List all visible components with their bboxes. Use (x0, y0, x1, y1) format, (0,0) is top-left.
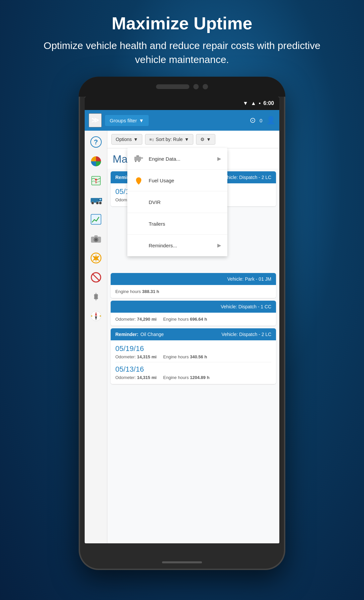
wifi-icon: ▼ (243, 100, 248, 106)
sidebar-item-help[interactable]: ? (87, 133, 105, 151)
svg-rect-13 (94, 235, 98, 237)
svg-point-7 (96, 202, 98, 204)
options-dropdown-icon: ▼ (133, 137, 138, 142)
engine-data-label: Engine Data... (149, 156, 180, 162)
card-details-4b: Odometer: 14,315 mi Engine hours 1204.89… (115, 375, 271, 380)
status-bar: ▼ ▲ ▪ 6:00 (85, 97, 279, 110)
sidebar-item-reports[interactable] (87, 153, 105, 170)
main-content: ? (85, 131, 279, 543)
help-icon: ? (90, 136, 102, 148)
engine-hours-2: Engine hours 388.31 h (115, 289, 159, 294)
maintenance-card-4: Reminder: Oil Change Vehicle: Dispatch -… (111, 328, 276, 384)
hero-title: Maximize Uptime (27, 13, 337, 33)
sort-button[interactable]: ≡↕ Sort by: Rule ▼ (145, 134, 193, 145)
reminders-icon (133, 240, 144, 251)
sidebar-item-map[interactable] (87, 172, 105, 189)
engine-hours-4b: Engine hours 1204.89 h (163, 375, 210, 380)
svg-rect-5 (99, 199, 101, 200)
options-label: Options (116, 137, 132, 142)
user-icon[interactable]: 👤 (266, 116, 275, 125)
notification-icon[interactable]: ⊙ (250, 116, 256, 125)
engine-data-icon (133, 153, 144, 164)
fuel-usage-icon (133, 175, 144, 186)
svg-rect-23 (134, 157, 141, 161)
content-area[interactable]: Options ▼ ≡↕ Sort by: Rule ▼ ⚙ ▼ Mainten… (107, 131, 279, 543)
star-icon (90, 252, 102, 264)
vehicle-value-4: Dispatch - 2 LC (239, 332, 271, 337)
groups-filter-button[interactable]: Groups filter ▼ (105, 115, 149, 126)
dropdown-arrow-icon: ▼ (139, 118, 144, 123)
reminders-label: Reminders... (149, 243, 177, 248)
reminders-arrow-icon: ▶ (217, 242, 221, 248)
dvir-label: DVIR (149, 199, 161, 205)
chart-icon (90, 214, 102, 225)
dropdown-item-trailers[interactable]: Trailers (127, 213, 227, 235)
sidebar-item-stop[interactable] (87, 269, 105, 286)
engine-hours-4a: Engine hours 340.56 h (163, 354, 207, 359)
dropdown-menu: Engine Data... ▶ Fuel Usage DVIR (127, 148, 227, 256)
svg-rect-25 (141, 157, 143, 159)
svg-point-12 (95, 239, 97, 241)
svg-rect-9 (91, 214, 101, 224)
toolbar: Options ▼ ≡↕ Sort by: Rule ▼ ⚙ ▼ (107, 131, 279, 148)
svg-point-2 (95, 179, 97, 181)
phone-home-bar (162, 561, 202, 563)
sidebar: ? (85, 131, 107, 543)
trailers-icon (133, 218, 144, 229)
card-date-4b: 05/13/16 (115, 365, 271, 374)
sort-icon: ≡↕ (149, 137, 154, 142)
fuel-usage-label: Fuel Usage (149, 178, 174, 183)
camera-icon (90, 234, 102, 243)
battery-icon: ▪ (259, 100, 261, 106)
card-body-4: 05/19/16 Odometer: 14,315 mi Engine hour… (111, 340, 276, 384)
stop-icon (90, 272, 102, 283)
settings-button[interactable]: ⚙ ▼ (196, 134, 215, 145)
engine-arrow-icon: ▶ (217, 156, 221, 162)
sidebar-item-navigation[interactable] (87, 307, 105, 325)
card-details-2: Engine hours 388.31 h (115, 289, 271, 294)
settings-icon: ⚙ (200, 137, 205, 142)
sidebar-item-charts[interactable] (87, 211, 105, 228)
dropdown-item-fuel[interactable]: Fuel Usage (127, 170, 227, 191)
maintenance-card-2: Vehicle: Park - 01 JM Engine hours 388.3… (111, 273, 276, 298)
card-body-3: Odometer: 74,290 mi Engine hours 696.64 … (111, 313, 276, 326)
navigation-icon (90, 310, 102, 322)
engine-hours-3: Engine hours 696.64 h (163, 317, 207, 322)
groups-filter-label: Groups filter (110, 118, 137, 123)
phone-sensor (203, 84, 208, 89)
card-divider-4 (115, 362, 271, 362)
hero-section: Maximize Uptime Optimize vehicle health … (0, 0, 364, 73)
odometer-4a: Odometer: 14,315 mi (115, 354, 157, 359)
phone-speaker (156, 84, 189, 89)
reminder-value-4: Oil Change (140, 332, 164, 337)
phone-camera (193, 84, 199, 89)
dropdown-item-dvir[interactable]: DVIR (127, 191, 227, 213)
odometer-3: Odometer: 74,290 mi (115, 317, 157, 322)
options-button[interactable]: Options ▼ (111, 134, 142, 145)
vehicle-label-3: Vehicle: Dispatch - 1 CC (221, 304, 271, 309)
maintenance-card-3: Vehicle: Dispatch - 1 CC Odometer: 74,29… (111, 301, 276, 326)
sort-label: Sort by: Rule (156, 137, 183, 142)
sidebar-item-vehicles[interactable] (87, 191, 105, 209)
card-header-2: Vehicle: Park - 01 JM (111, 273, 276, 285)
sidebar-item-camera[interactable] (87, 230, 105, 247)
sidebar-item-star[interactable] (87, 249, 105, 267)
vehicle-value-3: Dispatch - 1 CC (238, 304, 271, 309)
card-header-3: Vehicle: Dispatch - 1 CC (111, 301, 276, 313)
svg-point-22 (100, 315, 101, 317)
menu-button[interactable]: ≫ (89, 113, 102, 127)
svg-rect-27 (138, 161, 140, 162)
dropdown-item-engine[interactable]: Engine Data... ▶ (127, 148, 227, 170)
sidebar-item-settings[interactable] (87, 288, 105, 305)
card-body-2: Engine hours 388.31 h (111, 285, 276, 298)
card-details-4a: Odometer: 14,315 mi Engine hours 340.56 … (115, 354, 271, 359)
card-header-4: Reminder: Oil Change Vehicle: Dispatch -… (111, 328, 276, 340)
dropdown-item-reminders[interactable]: Reminders... ▶ (127, 235, 227, 256)
svg-point-6 (91, 202, 94, 204)
truck-icon (90, 195, 102, 205)
svg-point-8 (99, 202, 101, 204)
svg-rect-26 (135, 161, 136, 162)
phone-notch (79, 77, 285, 97)
card-details-3: Odometer: 74,290 mi Engine hours 696.64 … (115, 317, 271, 322)
svg-line-16 (92, 274, 100, 281)
